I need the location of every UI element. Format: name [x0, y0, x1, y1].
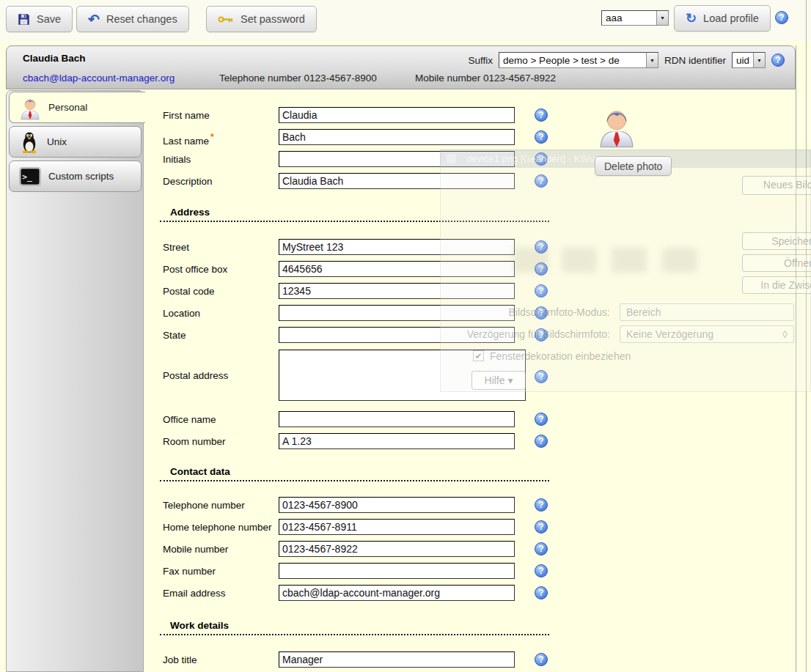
help-icon[interactable]: ?: [535, 108, 548, 122]
section-title-work: Work details: [160, 620, 549, 635]
field-label: Email address: [163, 588, 226, 599]
help-icon[interactable]: ?: [535, 413, 548, 426]
email-address-input[interactable]: [279, 585, 515, 601]
form-row-description: Description ?: [163, 173, 562, 192]
field-label: Post office box: [163, 264, 227, 275]
suffix-select[interactable]: demo > People > test > de ▼: [499, 52, 658, 68]
section-title-contact: Contact data: [160, 466, 549, 481]
tab-custom-scripts[interactable]: Custom scripts: [9, 160, 142, 192]
initials-input[interactable]: [279, 151, 515, 167]
field-label: Office name: [163, 414, 216, 425]
rdn-label: RDN identifier: [664, 55, 726, 66]
tux-icon: [19, 130, 40, 154]
form-row-email: Email address ?: [163, 585, 562, 604]
postal-address-textarea[interactable]: [279, 350, 526, 401]
job-title-input[interactable]: [279, 651, 515, 668]
help-icon[interactable]: ?: [775, 11, 788, 24]
home-telephone-input[interactable]: [279, 519, 515, 535]
field-label: Telephone number: [163, 500, 245, 511]
tab-unix-label: Unix: [47, 136, 67, 147]
field-label: Initials: [163, 154, 191, 165]
help-icon[interactable]: ?: [535, 520, 548, 533]
help-icon[interactable]: ?: [771, 53, 785, 67]
ghost-mode-value: Bereich: [620, 303, 794, 321]
ghost-mode-value-text: Bereich: [626, 304, 661, 320]
email-link[interactable]: cbach@ldap-account-manager.org: [23, 73, 219, 84]
set-password-label: Set password: [241, 13, 305, 25]
location-input[interactable]: [279, 305, 515, 321]
help-icon[interactable]: ?: [535, 370, 548, 383]
postal-code-input[interactable]: [279, 283, 515, 299]
chevron-down-icon: ▼: [646, 53, 658, 67]
telephone-summary: Telephone number 0123-4567-8900: [219, 73, 415, 84]
field-label: Mobile number: [163, 544, 228, 555]
form-row-room-number: Room number ?: [163, 433, 562, 452]
section-title-address: Address: [160, 207, 549, 222]
ghost-new-screenshot-button: Neues Bildschirmfoto: [742, 176, 811, 195]
page-right-border: [806, 0, 807, 672]
refresh-icon: ↻: [686, 12, 697, 25]
lam-user-edit-page: >_ Save ↶ Reset changes: [0, 0, 811, 672]
help-icon[interactable]: ?: [535, 306, 548, 320]
first-name-input[interactable]: [279, 107, 515, 123]
help-icon[interactable]: ?: [535, 152, 548, 166]
reset-changes-button[interactable]: ↶ Reset changes: [76, 6, 189, 32]
help-icon[interactable]: ?: [535, 653, 548, 666]
help-icon[interactable]: ?: [535, 174, 548, 188]
account-header: Claudia Bach Suffix demo > People > test…: [6, 45, 796, 89]
user-photo: [597, 103, 636, 152]
chevron-down-icon: ▼: [753, 53, 765, 67]
content-right-border: [796, 45, 796, 672]
field-label: State: [163, 330, 186, 341]
tab-unix[interactable]: Unix: [9, 126, 142, 158]
form-row-office-name: Office name ?: [163, 411, 562, 430]
rdn-select[interactable]: uid ▼: [732, 52, 766, 68]
field-label: Fax number: [163, 566, 216, 577]
profile-select[interactable]: aaa ▼: [601, 10, 669, 26]
load-profile-label: Load profile: [703, 12, 759, 24]
help-icon[interactable]: ?: [535, 586, 548, 599]
office-name-input[interactable]: [279, 411, 515, 427]
load-profile-button[interactable]: ↻ Load profile: [674, 5, 771, 32]
fax-number-input[interactable]: [279, 563, 515, 579]
terminal-icon: [19, 167, 41, 186]
ghost-save-as-button: Speichern unter...: [742, 232, 811, 250]
ghost-open-with-button: Öffnen mit...: [742, 254, 811, 272]
help-icon[interactable]: ?: [535, 564, 548, 577]
help-icon[interactable]: ?: [535, 240, 548, 254]
help-icon[interactable]: ?: [535, 435, 548, 448]
form-row-job-title: Job title ?: [163, 651, 562, 671]
telephone-input[interactable]: [279, 497, 515, 513]
form-row-mobile: Mobile number ?: [163, 541, 562, 560]
form-row-location: Location ?: [163, 305, 562, 324]
suffix-label: Suffix: [468, 55, 493, 66]
form-row-initials: Initials ?: [163, 151, 562, 170]
description-input[interactable]: [279, 173, 515, 189]
post-office-box-input[interactable]: [279, 261, 515, 277]
help-icon[interactable]: ?: [535, 498, 548, 512]
help-icon[interactable]: ?: [535, 284, 548, 298]
save-button[interactable]: Save: [6, 6, 73, 32]
street-input[interactable]: [279, 239, 515, 255]
form-row-postal-address: Postal address ?: [163, 350, 562, 404]
person-icon: [19, 95, 41, 120]
state-input[interactable]: [279, 327, 515, 343]
form-row-last-name: Last name* ?: [163, 129, 562, 148]
form-row-home-telephone: Home telephone number ?: [163, 519, 562, 538]
help-icon[interactable]: ?: [535, 328, 548, 341]
tab-personal[interactable]: Personal: [9, 92, 145, 123]
set-password-button[interactable]: Set password: [206, 6, 317, 32]
help-icon[interactable]: ?: [535, 542, 548, 555]
ghost-thumbnail: [562, 248, 597, 273]
last-name-input[interactable]: [279, 129, 515, 145]
form-row-postal-code: Postal code ?: [163, 283, 562, 302]
delete-photo-button[interactable]: Delete photo: [595, 156, 672, 176]
field-label: Location: [163, 308, 200, 319]
room-number-input[interactable]: [279, 433, 515, 449]
mobile-number-input[interactable]: [279, 541, 515, 557]
field-label: Description: [163, 176, 213, 187]
profile-select-value: aaa: [602, 12, 656, 23]
help-icon[interactable]: ?: [535, 262, 548, 276]
help-icon[interactable]: ?: [535, 130, 548, 144]
chevron-down-icon: ▼: [656, 11, 668, 25]
